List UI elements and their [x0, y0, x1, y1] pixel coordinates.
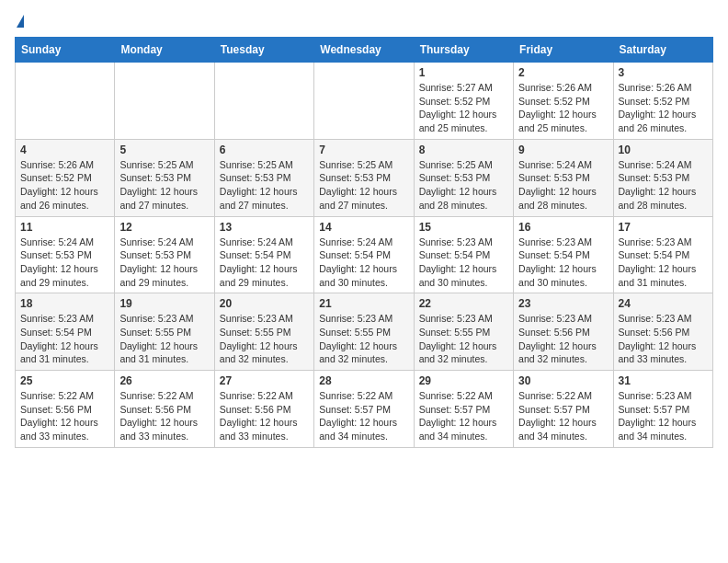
day-info: Sunrise: 5:25 AM Sunset: 5:53 PM Dayligh…: [119, 158, 209, 213]
day-info: Sunrise: 5:23 AM Sunset: 5:55 PM Dayligh…: [319, 312, 408, 366]
day-number: 2: [518, 66, 608, 79]
calendar-cell: 24Sunrise: 5:23 AM Sunset: 5:56 PM Dayli…: [613, 293, 712, 371]
calendar-cell: 28Sunrise: 5:22 AM Sunset: 5:57 PM Dayli…: [314, 371, 414, 448]
day-info: Sunrise: 5:22 AM Sunset: 5:57 PM Dayligh…: [419, 389, 508, 443]
calendar-cell: 15Sunrise: 5:23 AM Sunset: 5:54 PM Dayli…: [414, 216, 513, 293]
day-header-friday: Friday: [514, 38, 613, 63]
day-number: 19: [119, 297, 209, 310]
calendar-cell: 12Sunrise: 5:24 AM Sunset: 5:53 PM Dayli…: [115, 216, 214, 293]
calendar-cell: 27Sunrise: 5:22 AM Sunset: 5:56 PM Dayli…: [214, 371, 313, 448]
day-info: Sunrise: 5:22 AM Sunset: 5:56 PM Dayligh…: [119, 389, 209, 443]
day-number: 14: [319, 221, 408, 234]
page-header: [15, 15, 713, 29]
calendar-week-row: 11Sunrise: 5:24 AM Sunset: 5:53 PM Dayli…: [16, 216, 713, 293]
calendar-cell: 31Sunrise: 5:23 AM Sunset: 5:57 PM Dayli…: [613, 371, 712, 448]
day-number: 20: [220, 297, 309, 310]
day-header-thursday: Thursday: [414, 38, 513, 63]
day-number: 13: [220, 221, 309, 234]
calendar-cell: 2Sunrise: 5:26 AM Sunset: 5:52 PM Daylig…: [514, 63, 613, 140]
day-number: 29: [419, 374, 508, 387]
day-number: 27: [220, 374, 309, 387]
day-number: 17: [619, 221, 708, 234]
day-header-saturday: Saturday: [613, 38, 712, 63]
calendar-cell: 5Sunrise: 5:25 AM Sunset: 5:53 PM Daylig…: [115, 139, 214, 216]
day-number: 10: [619, 144, 708, 156]
calendar-cell: 30Sunrise: 5:22 AM Sunset: 5:57 PM Dayli…: [514, 371, 613, 448]
day-number: 31: [619, 374, 708, 387]
calendar-cell: 1Sunrise: 5:27 AM Sunset: 5:52 PM Daylig…: [414, 63, 513, 140]
calendar-cell: [314, 63, 414, 140]
day-number: 18: [20, 297, 109, 310]
calendar-week-row: 4Sunrise: 5:26 AM Sunset: 5:52 PM Daylig…: [16, 139, 713, 216]
day-info: Sunrise: 5:24 AM Sunset: 5:54 PM Dayligh…: [220, 236, 309, 290]
calendar-cell: 9Sunrise: 5:24 AM Sunset: 5:53 PM Daylig…: [514, 139, 613, 216]
day-number: 22: [419, 297, 508, 310]
calendar-cell: 10Sunrise: 5:24 AM Sunset: 5:53 PM Dayli…: [613, 139, 712, 216]
day-number: 26: [119, 374, 209, 387]
logo: [15, 15, 24, 29]
calendar-cell: 11Sunrise: 5:24 AM Sunset: 5:53 PM Dayli…: [16, 216, 115, 293]
calendar-cell: 18Sunrise: 5:23 AM Sunset: 5:54 PM Dayli…: [16, 293, 115, 371]
day-info: Sunrise: 5:23 AM Sunset: 5:55 PM Dayligh…: [220, 312, 309, 366]
day-number: 16: [518, 221, 608, 234]
day-header-wednesday: Wednesday: [314, 38, 414, 63]
day-info: Sunrise: 5:26 AM Sunset: 5:52 PM Dayligh…: [20, 158, 109, 213]
day-number: 8: [419, 144, 508, 156]
day-info: Sunrise: 5:23 AM Sunset: 5:56 PM Dayligh…: [619, 312, 708, 366]
day-number: 3: [619, 66, 708, 79]
day-info: Sunrise: 5:23 AM Sunset: 5:54 PM Dayligh…: [20, 312, 109, 366]
calendar-cell: 22Sunrise: 5:23 AM Sunset: 5:55 PM Dayli…: [414, 293, 513, 371]
day-info: Sunrise: 5:24 AM Sunset: 5:53 PM Dayligh…: [119, 236, 209, 290]
calendar-cell: 7Sunrise: 5:25 AM Sunset: 5:53 PM Daylig…: [314, 139, 414, 216]
calendar-cell: 8Sunrise: 5:25 AM Sunset: 5:53 PM Daylig…: [414, 139, 513, 216]
calendar-cell: [115, 63, 214, 140]
day-number: 9: [518, 144, 608, 156]
day-info: Sunrise: 5:26 AM Sunset: 5:52 PM Dayligh…: [518, 81, 608, 135]
day-number: 28: [319, 374, 408, 387]
day-info: Sunrise: 5:25 AM Sunset: 5:53 PM Dayligh…: [319, 158, 408, 213]
calendar-week-row: 25Sunrise: 5:22 AM Sunset: 5:56 PM Dayli…: [16, 371, 713, 448]
day-info: Sunrise: 5:22 AM Sunset: 5:57 PM Dayligh…: [319, 389, 408, 443]
day-number: 23: [518, 297, 608, 310]
calendar-cell: 26Sunrise: 5:22 AM Sunset: 5:56 PM Dayli…: [115, 371, 214, 448]
day-number: 7: [319, 144, 408, 156]
day-info: Sunrise: 5:22 AM Sunset: 5:57 PM Dayligh…: [518, 389, 608, 443]
day-info: Sunrise: 5:24 AM Sunset: 5:53 PM Dayligh…: [619, 158, 708, 213]
day-number: 24: [619, 297, 708, 310]
calendar-cell: 4Sunrise: 5:26 AM Sunset: 5:52 PM Daylig…: [16, 139, 115, 216]
day-number: 6: [220, 144, 309, 156]
calendar-cell: 23Sunrise: 5:23 AM Sunset: 5:56 PM Dayli…: [514, 293, 613, 371]
day-header-sunday: Sunday: [16, 38, 115, 63]
day-info: Sunrise: 5:25 AM Sunset: 5:53 PM Dayligh…: [419, 158, 508, 213]
calendar-cell: 29Sunrise: 5:22 AM Sunset: 5:57 PM Dayli…: [414, 371, 513, 448]
day-info: Sunrise: 5:23 AM Sunset: 5:56 PM Dayligh…: [518, 312, 608, 366]
calendar-cell: 19Sunrise: 5:23 AM Sunset: 5:55 PM Dayli…: [115, 293, 214, 371]
calendar-cell: 17Sunrise: 5:23 AM Sunset: 5:54 PM Dayli…: [613, 216, 712, 293]
calendar-cell: [214, 63, 313, 140]
calendar-cell: 16Sunrise: 5:23 AM Sunset: 5:54 PM Dayli…: [514, 216, 613, 293]
logo-triangle-icon: [17, 15, 24, 28]
day-info: Sunrise: 5:23 AM Sunset: 5:54 PM Dayligh…: [518, 236, 608, 290]
calendar-cell: 20Sunrise: 5:23 AM Sunset: 5:55 PM Dayli…: [214, 293, 313, 371]
day-info: Sunrise: 5:25 AM Sunset: 5:53 PM Dayligh…: [220, 158, 309, 213]
day-number: 1: [419, 66, 508, 79]
day-number: 30: [518, 374, 608, 387]
calendar-week-row: 1Sunrise: 5:27 AM Sunset: 5:52 PM Daylig…: [16, 63, 713, 140]
calendar-cell: [16, 63, 115, 140]
day-info: Sunrise: 5:22 AM Sunset: 5:56 PM Dayligh…: [20, 389, 109, 443]
day-number: 25: [20, 374, 109, 387]
day-number: 11: [20, 221, 109, 234]
day-info: Sunrise: 5:23 AM Sunset: 5:55 PM Dayligh…: [419, 312, 508, 366]
day-number: 21: [319, 297, 408, 310]
day-info: Sunrise: 5:24 AM Sunset: 5:53 PM Dayligh…: [518, 158, 608, 213]
day-info: Sunrise: 5:24 AM Sunset: 5:53 PM Dayligh…: [20, 236, 109, 290]
day-header-monday: Monday: [115, 38, 214, 63]
day-info: Sunrise: 5:23 AM Sunset: 5:55 PM Dayligh…: [119, 312, 209, 366]
calendar-cell: 3Sunrise: 5:26 AM Sunset: 5:52 PM Daylig…: [613, 63, 712, 140]
calendar-cell: 21Sunrise: 5:23 AM Sunset: 5:55 PM Dayli…: [314, 293, 414, 371]
day-info: Sunrise: 5:23 AM Sunset: 5:57 PM Dayligh…: [619, 389, 708, 443]
day-info: Sunrise: 5:27 AM Sunset: 5:52 PM Dayligh…: [419, 81, 508, 135]
day-number: 5: [119, 144, 209, 156]
day-info: Sunrise: 5:22 AM Sunset: 5:56 PM Dayligh…: [220, 389, 309, 443]
calendar-week-row: 18Sunrise: 5:23 AM Sunset: 5:54 PM Dayli…: [16, 293, 713, 371]
